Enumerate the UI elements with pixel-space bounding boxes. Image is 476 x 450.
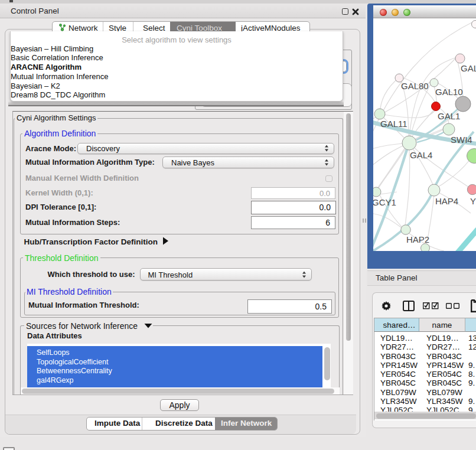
svg-text:GAL4: GAL4 bbox=[410, 150, 432, 160]
svg-text:GAL10: GAL10 bbox=[435, 87, 463, 97]
svg-text:GAL1: GAL1 bbox=[438, 111, 460, 121]
svg-text:HAP2: HAP2 bbox=[406, 234, 429, 244]
svg-text:GCY1: GCY1 bbox=[373, 197, 396, 207]
svg-text:Y: Y bbox=[470, 196, 476, 206]
svg-text:GAL11: GAL11 bbox=[380, 119, 407, 129]
svg-text:SWI4: SWI4 bbox=[451, 135, 472, 145]
svg-text:HAP4: HAP4 bbox=[435, 196, 458, 206]
svg-text:GAL: GAL bbox=[461, 63, 476, 73]
svg-text:GAL80: GAL80 bbox=[401, 81, 429, 91]
